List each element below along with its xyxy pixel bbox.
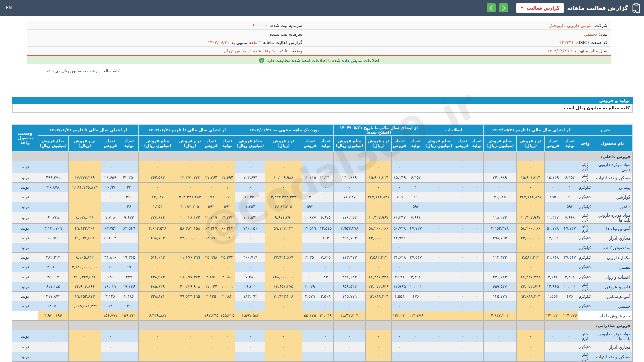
value-cell: ۶,۶۷۵ <box>318 212 333 224</box>
value-cell: ۲۲۷ <box>120 272 138 282</box>
value-cell: ۰ <box>265 352 302 362</box>
value-cell: ۰ <box>391 161 408 173</box>
value-cell: ۲۹۸,۷۹۳ <box>138 233 177 243</box>
cell <box>561 321 578 330</box>
value-cell: ۰ <box>470 224 483 233</box>
value-cell: ۵۹۳ <box>219 202 235 212</box>
column-header: تعدادتولید <box>561 136 578 152</box>
cell <box>138 152 177 161</box>
value-cell: ۰ <box>219 352 235 362</box>
value-cell: ۱۵,۹۰۱,۳۱۴ <box>516 173 544 183</box>
value-cell: ۰ <box>203 342 219 352</box>
language-toggle[interactable]: EN <box>6 5 12 10</box>
value-cell: ۲,۵۷۹ <box>302 292 318 301</box>
value-cell: ۱۵,۹۰۱,۳۱۴ <box>365 173 391 183</box>
company-field: شرکت:شیمي دارویي داروپخش <box>306 21 611 29</box>
value-cell: ۰ <box>424 330 454 342</box>
value-cell: ۱۹۵ <box>391 192 408 202</box>
column-header: مبلغ فروش(میلیون ریال) <box>138 136 177 152</box>
value-cell: ۰ <box>177 262 203 272</box>
value-cell: ۶۱۱,۱۸۵ <box>38 282 68 292</box>
cell <box>470 321 483 330</box>
value-cell: ۱ <box>219 183 235 192</box>
value-cell: ۰ <box>470 183 483 192</box>
value-cell: ۴۱,۰۴۹ <box>318 311 333 321</box>
unit: کیلو گرم <box>578 224 592 233</box>
value-cell: ۰ <box>235 233 265 243</box>
value-cell: ۲۳,۰۰۰,۰۰۰ <box>516 233 544 243</box>
value-cell: ۰ <box>203 301 219 311</box>
value-cell: ۰ <box>68 243 101 253</box>
value-cell: ۲۸۲,۲۱۳ <box>38 253 68 262</box>
next-report-button[interactable] <box>499 3 508 12</box>
value-cell: ۵۸,۲۰۰,۱۶۶ <box>365 224 391 233</box>
value-cell: ۰ <box>318 342 333 352</box>
value-cell: ۴,۱۲۰,۰۰۰,۰۰۰ <box>68 262 101 272</box>
value-cell: ۰ <box>454 183 470 192</box>
column-header: تعدادتولید <box>470 136 483 152</box>
value-cell: ۰ <box>219 161 235 173</box>
value-cell: ۰ <box>424 212 454 224</box>
cell <box>483 152 516 161</box>
value-cell: ۰ <box>391 243 408 253</box>
value-cell: ۱۲,۵۱۹ <box>302 224 318 233</box>
value-cell: ۰ <box>424 292 454 301</box>
column-header: تعدادتولید <box>219 136 235 152</box>
unit: کیلوگرم <box>578 262 592 272</box>
value-cell: ۰ <box>424 272 454 282</box>
value-cell: ۵۹۳ <box>561 202 578 212</box>
value-cell <box>365 311 391 321</box>
product-name: مکمل دارویي <box>592 253 633 262</box>
value-cell: ۱۰ <box>302 272 318 282</box>
field-value: شیمي دارویي داروپخش <box>548 23 591 28</box>
cell <box>68 152 101 161</box>
value-cell: ۰ <box>408 342 424 352</box>
value-cell: ۰ <box>483 202 516 212</box>
product-status: تولید <box>12 192 38 202</box>
unit: کیلوگرم <box>578 233 592 243</box>
company-info-row: سال مالی منتهی به:۱۴۰۴/۱۲/۲۹وضعیت ناشر:پ… <box>27 46 611 55</box>
value-cell: ۲۴۱,۶۸۴ <box>333 272 365 282</box>
cell <box>12 152 38 161</box>
top-bar: گزارش فعالیت ماهانه گزارش فعالیت EN <box>0 0 644 16</box>
value-cell: ۱۳,۳۷۲,۳۲۲ <box>177 173 203 183</box>
value-cell: ۴۰,۲۳۹,۹۰۸ <box>177 282 203 292</box>
unit: کیلوگرم <box>578 272 592 282</box>
value-cell: ۰ <box>424 253 454 262</box>
value-cell: ۴۴,۰۷۲,۶۳۶ <box>365 282 391 292</box>
value-cell: ۰ <box>235 183 265 192</box>
value-cell: ۰ <box>177 161 203 173</box>
table-row: مسکن و ضد التهابکیلو گرم۶,۳۵۴۱۵,۱۴۹۱۵,۹۰… <box>12 173 632 183</box>
column-header: تعدادفروش <box>302 136 318 152</box>
value-cell: ۶۹,۶۵۲,۸۱۳ <box>68 292 101 301</box>
cell <box>302 321 318 330</box>
value-cell: ۰ <box>516 342 544 352</box>
table-row: مسکن و ضد التهابکیلو گرم۰۰۰۰۰۰۰۰۰۰۰۰۰۰۰۰… <box>12 352 632 362</box>
field-value: ۱ ماهه <box>249 40 261 45</box>
value-cell: ۳۶۴,۵۸۳ <box>138 173 177 183</box>
value-cell: ۷۱,۵۸۷ <box>483 192 516 202</box>
prev-report-button[interactable] <box>487 3 496 12</box>
column-group-header: از ابتدای سال مالی تا تاریخ ۱۴۰۴/۰۵/۳۱ (… <box>333 125 424 136</box>
column-header: تعدادفروش <box>101 136 120 152</box>
value-cell: ۰ <box>454 192 470 202</box>
value-cell: ۰ <box>318 161 333 173</box>
value-cell: ۰ <box>265 262 302 272</box>
value-cell: ۱۹ <box>120 262 138 272</box>
report-type-dropdown[interactable]: گزارش فعالیت <box>516 3 564 13</box>
value-cell: ۰ <box>101 202 120 212</box>
value-cell: ۱۵۹,۳۳۲ <box>120 311 138 321</box>
product-status: تولید <box>12 243 38 253</box>
cell <box>408 152 424 161</box>
value-cell: ۶۳,۷۵۲ <box>101 224 120 233</box>
value-cell: ۳,۱۲۸ <box>101 292 120 301</box>
value-cell: ۰ <box>302 301 318 311</box>
value-cell: ۷۰,۹۹۳,۴۰۸ <box>265 292 302 301</box>
product-status <box>12 311 38 321</box>
value-cell: ۲,۹۵۲,۳۷۸ <box>333 224 365 233</box>
value-cell: ۶,۳۵۴ <box>561 173 578 183</box>
amounts-note-box: کلیه مبالغ درج شده به میلیون ریال می باش… <box>32 68 133 74</box>
value-cell: ۱۵,۱۴۹ <box>544 173 561 183</box>
value-cell: ۰ <box>561 330 578 342</box>
cell <box>561 152 578 161</box>
